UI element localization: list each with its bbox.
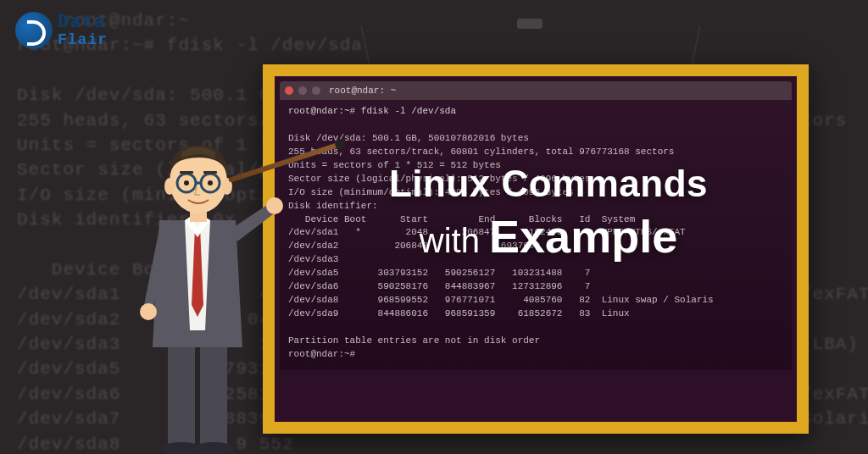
teacher-illustration <box>100 110 295 454</box>
svg-point-14 <box>208 180 213 185</box>
terminal-row: /dev/sda5 303793152 590256127 103231488 … <box>288 268 602 278</box>
terminal-row: /dev/sda6 590258176 844883967 127312896 … <box>288 281 602 291</box>
headline-line2: with Example <box>305 210 792 263</box>
svg-rect-1 <box>200 330 227 454</box>
terminal-footer: Partition table entries are not in disk … <box>288 335 540 359</box>
svg-rect-16 <box>203 171 217 174</box>
svg-point-4 <box>140 303 157 320</box>
svg-rect-0 <box>168 330 195 454</box>
promo-canvas: root@ndar:~ root@ndar:~# fdisk -l /dev/s… <box>0 0 868 454</box>
terminal-row: /dev/sda9 844886016 968591359 61852672 8… <box>288 308 630 318</box>
svg-point-3 <box>193 442 234 454</box>
brand-name-line2: Flair <box>58 32 108 47</box>
terminal-row: /dev/sda8 968599552 976771071 4085760 82… <box>288 295 714 305</box>
brand-name-line1: Data <box>58 14 108 32</box>
window-close-icon <box>285 86 293 95</box>
headline-line2-prefix: with <box>420 222 489 259</box>
brand-logo-text: Data Flair <box>58 14 108 47</box>
teacher-svg <box>100 110 295 454</box>
svg-point-8 <box>164 178 175 195</box>
board-hanger-bracket <box>517 19 542 29</box>
brand-logo: Data Flair <box>15 12 108 49</box>
window-minimize-icon <box>298 86 307 95</box>
brand-logo-mark <box>15 12 53 49</box>
window-maximize-icon <box>312 86 320 95</box>
headline-overlay: Linux Commands with Example <box>305 163 792 263</box>
terminal-prompt-line: root@ndar:~# fdisk -l /dev/sda <box>288 106 456 116</box>
terminal-titlebar: root@ndar: ~ <box>280 81 792 100</box>
terminal-title: root@ndar: ~ <box>329 86 396 96</box>
svg-rect-15 <box>180 171 193 174</box>
svg-point-5 <box>266 197 283 214</box>
headline-line2-big: Example <box>489 211 677 262</box>
headline-line1: Linux Commands <box>305 163 792 205</box>
svg-point-13 <box>184 180 189 185</box>
